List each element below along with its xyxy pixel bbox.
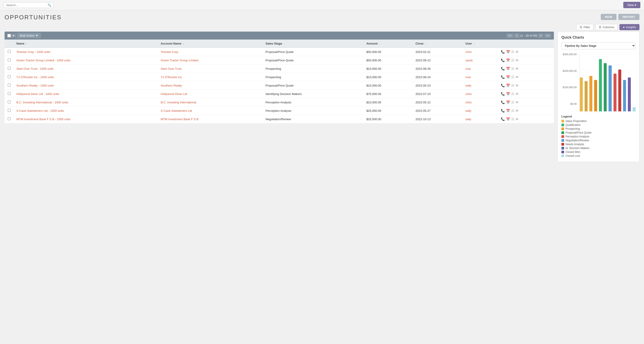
row-actions-cell: 📞 📅 ☷ ✉ bbox=[498, 90, 554, 98]
bulk-action-button[interactable]: Bulk Action ▼ bbox=[17, 33, 41, 38]
opportunity-name-link[interactable]: Hollywood Diner Ltd - 1000 units bbox=[16, 92, 59, 96]
account-name-link[interactable]: Hollywood Diner Ltd bbox=[161, 92, 187, 96]
detail-icon[interactable]: ☷ bbox=[511, 75, 514, 79]
next-page-button[interactable]: > bbox=[538, 33, 544, 38]
col-account-name[interactable]: Account Name ↕ bbox=[158, 39, 263, 48]
user-link[interactable]: sarah bbox=[465, 59, 473, 62]
user-link[interactable]: max bbox=[465, 67, 471, 70]
opportunity-name-link[interactable]: S Cane Sweeteners Ltd - 1000 units bbox=[16, 109, 64, 113]
call-icon[interactable]: 📞 bbox=[501, 58, 505, 62]
calendar-icon[interactable]: 📅 bbox=[506, 84, 510, 87]
opportunity-name-link[interactable]: Southern Realty - 1000 units bbox=[16, 84, 54, 87]
detail-icon[interactable]: ☷ bbox=[511, 109, 514, 113]
call-icon[interactable]: 📞 bbox=[501, 50, 505, 54]
detail-icon[interactable]: ☷ bbox=[511, 117, 514, 121]
detail-icon[interactable]: ☷ bbox=[511, 58, 514, 62]
row-checkbox[interactable] bbox=[8, 109, 11, 112]
opportunity-name-link[interactable]: MTM Investment Bank F S B - 1000 units bbox=[16, 118, 70, 121]
account-name-link[interactable]: TJ O'Rourke Inc bbox=[161, 75, 182, 79]
col-user[interactable]: User ↕ bbox=[463, 39, 498, 48]
email-icon[interactable]: ✉ bbox=[516, 117, 518, 121]
calendar-icon[interactable]: 📅 bbox=[506, 109, 510, 113]
detail-icon[interactable]: ☷ bbox=[511, 100, 514, 104]
col-close[interactable]: Close ↕ bbox=[413, 39, 463, 48]
legend-dot bbox=[562, 131, 564, 134]
detail-icon[interactable]: ☷ bbox=[511, 92, 514, 96]
select-all-dropdown[interactable]: ▼ bbox=[11, 34, 16, 37]
row-checkbox[interactable] bbox=[8, 67, 11, 70]
search-box[interactable]: 🔍 bbox=[4, 2, 54, 8]
columns-button[interactable]: ☰ Columns bbox=[595, 24, 618, 30]
user-link[interactable]: chris bbox=[465, 92, 472, 96]
user-link[interactable]: sally bbox=[465, 118, 471, 121]
search-input[interactable] bbox=[6, 3, 47, 7]
email-icon[interactable]: ✉ bbox=[516, 100, 518, 104]
email-icon[interactable]: ✉ bbox=[516, 75, 518, 79]
opportunity-name-link[interactable]: Start Over Trust - 1000 units bbox=[16, 67, 54, 70]
email-icon[interactable]: ✉ bbox=[516, 67, 518, 70]
select-all-checkbox[interactable] bbox=[7, 34, 11, 37]
opportunity-name-link[interactable]: B.C. Investing International - 1000 unit… bbox=[16, 101, 68, 104]
row-actions-cell: 📞 📅 ☷ ✉ bbox=[498, 48, 554, 56]
insights-button[interactable]: ● Insights bbox=[620, 24, 640, 30]
account-name-link[interactable]: B.C. Investing International bbox=[161, 101, 196, 104]
last-page-button[interactable]: >> bbox=[544, 33, 551, 38]
email-icon[interactable]: ✉ bbox=[516, 92, 518, 96]
opportunity-name-link[interactable]: Green Tractor Group Limited - 1000 units bbox=[16, 59, 70, 62]
first-page-button[interactable]: << bbox=[506, 33, 514, 38]
row-checkbox[interactable] bbox=[8, 117, 11, 120]
row-checkbox[interactable] bbox=[8, 100, 11, 103]
email-icon[interactable]: ✉ bbox=[516, 50, 518, 54]
top-new-button[interactable]: New ▾ bbox=[623, 2, 640, 8]
detail-icon[interactable]: ☷ bbox=[511, 50, 514, 54]
call-icon[interactable]: 📞 bbox=[501, 100, 505, 104]
call-icon[interactable]: 📞 bbox=[501, 92, 505, 96]
new-button[interactable]: NEW bbox=[601, 14, 616, 20]
row-checkbox[interactable] bbox=[8, 75, 11, 78]
col-amount[interactable]: Amount ↕ bbox=[364, 39, 413, 48]
user-link[interactable]: chris bbox=[465, 101, 472, 104]
email-icon[interactable]: ✉ bbox=[516, 84, 518, 87]
col-sales-stage[interactable]: Sales Stage ↕ bbox=[263, 39, 364, 48]
account-name-link[interactable]: MTM Investment Bank F S B bbox=[161, 118, 198, 121]
opportunity-name-link[interactable]: TJ O'Rourke Inc - 1000 units bbox=[16, 75, 54, 79]
account-name-link[interactable]: Green Tractor Group Limited bbox=[161, 59, 198, 62]
row-checkbox[interactable] bbox=[8, 58, 11, 61]
import-button[interactable]: IMPORT bbox=[618, 14, 640, 20]
call-icon[interactable]: 📞 bbox=[501, 117, 505, 121]
calendar-icon[interactable]: 📅 bbox=[506, 75, 510, 79]
user-link[interactable]: chris bbox=[465, 50, 472, 54]
email-icon[interactable]: ✉ bbox=[516, 58, 518, 62]
call-icon[interactable]: 📞 bbox=[501, 84, 505, 87]
user-link[interactable]: max bbox=[465, 75, 471, 79]
filter-button[interactable]: ☰ Filter bbox=[576, 24, 594, 30]
row-checkbox[interactable] bbox=[8, 50, 11, 53]
user-link[interactable]: sally bbox=[465, 109, 471, 113]
calendar-icon[interactable]: 📅 bbox=[506, 100, 510, 104]
detail-icon[interactable]: ☷ bbox=[511, 67, 514, 70]
row-actions-cell: 📞 📅 ☷ ✉ bbox=[498, 81, 554, 90]
calendar-icon[interactable]: 📅 bbox=[506, 92, 510, 96]
row-checkbox[interactable] bbox=[8, 84, 11, 87]
col-name[interactable]: Name ↕ bbox=[14, 39, 158, 48]
user-link[interactable]: sally bbox=[465, 84, 471, 87]
calendar-icon[interactable]: 📅 bbox=[506, 117, 510, 121]
account-name-link[interactable]: Start Over Trust bbox=[161, 67, 182, 70]
calendar-icon[interactable]: 📅 bbox=[506, 50, 510, 54]
filter-icon: ☰ bbox=[580, 25, 582, 29]
calendar-icon[interactable]: 📅 bbox=[506, 67, 510, 70]
call-icon[interactable]: 📞 bbox=[501, 67, 505, 70]
calendar-icon[interactable]: 📅 bbox=[506, 58, 510, 62]
row-name-cell: MTM Investment Bank F S B - 1000 units bbox=[14, 115, 158, 123]
account-name-link[interactable]: Tortoise Corp bbox=[161, 50, 178, 54]
prev-page-button[interactable]: < bbox=[514, 33, 520, 38]
opportunity-name-link[interactable]: Tortoise Corp - 1000 units bbox=[16, 50, 50, 54]
call-icon[interactable]: 📞 bbox=[501, 109, 505, 113]
email-icon[interactable]: ✉ bbox=[516, 109, 518, 113]
account-name-link[interactable]: Southern Realty bbox=[161, 84, 182, 87]
chart-type-select[interactable]: Pipeline By Sales Stage bbox=[562, 42, 636, 49]
row-checkbox[interactable] bbox=[8, 92, 11, 95]
call-icon[interactable]: 📞 bbox=[501, 75, 505, 79]
account-name-link[interactable]: S Cane Sweeteners Ltd bbox=[161, 109, 192, 113]
detail-icon[interactable]: ☷ bbox=[511, 84, 514, 87]
